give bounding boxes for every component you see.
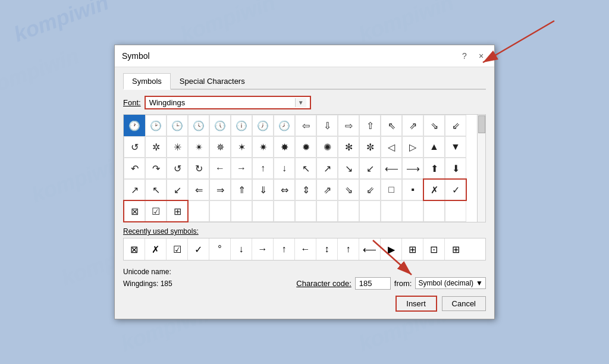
symbol-cell[interactable]: → [231, 158, 252, 179]
symbol-cell[interactable] [381, 200, 402, 222]
symbol-cell[interactable]: ✲ [145, 136, 167, 158]
cancel-button[interactable]: Cancel [442, 296, 486, 311]
recent-symbol-cell[interactable]: → [252, 239, 274, 260]
symbol-cell[interactable]: ⇦ [295, 115, 316, 136]
recent-symbol-cell[interactable]: ↑ [274, 239, 295, 260]
recent-symbol-cell[interactable]: ↕ [316, 239, 338, 260]
recent-symbol-cell[interactable]: ⊞ [402, 239, 423, 260]
symbol-cell[interactable]: ↑ [252, 158, 274, 179]
symbol-cell[interactable]: ⟵ [381, 158, 402, 179]
symbol-cell[interactable]: ⇙ [445, 115, 466, 136]
symbol-cell[interactable] [231, 200, 252, 222]
symbol-cell[interactable]: ◁ [381, 136, 402, 158]
symbol-cell[interactable]: ⇨ [338, 115, 359, 136]
symbol-cell[interactable]: ↖ [145, 179, 167, 200]
insert-button[interactable]: Insert [395, 296, 437, 312]
symbol-cell[interactable]: 🕒 [167, 115, 188, 136]
symbol-cell[interactable] [423, 200, 445, 222]
font-dropdown[interactable]: Wingdings ▼ [145, 96, 311, 109]
symbol-cell[interactable]: ✴ [188, 136, 209, 158]
recent-symbol-cell[interactable]: ⊠ [124, 239, 145, 260]
symbol-cell[interactable] [338, 200, 359, 222]
symbol-cell[interactable]: ↻ [188, 158, 209, 179]
symbol-cell[interactable]: ↓ [274, 158, 295, 179]
symbol-cell[interactable]: ↺ [124, 136, 145, 158]
recent-symbol-cell[interactable]: ✓ [188, 239, 209, 260]
symbol-cell[interactable] [274, 200, 295, 222]
symbol-cell[interactable]: ▷ [402, 136, 423, 158]
symbol-cell[interactable]: ✹ [295, 136, 316, 158]
recent-symbol-cell[interactable]: ← [295, 239, 316, 260]
scroll-thumb[interactable] [478, 115, 485, 133]
recent-symbol-cell[interactable]: ▶ [381, 239, 402, 260]
symbol-cell[interactable]: ▲ [423, 136, 445, 158]
symbol-cell[interactable]: 🕑 [145, 115, 167, 136]
scrollbar[interactable] [477, 115, 485, 222]
symbol-cell[interactable]: 🕐 [124, 115, 145, 136]
symbol-cell[interactable]: ⇐ [188, 179, 209, 200]
symbol-cell[interactable]: ⇗ [402, 115, 423, 136]
symbol-cell[interactable]: 🕖 [252, 115, 274, 136]
symbol-cell[interactable]: ✵ [209, 136, 231, 158]
recent-symbol-cell[interactable]: ✗ [145, 239, 167, 260]
symbol-cell[interactable]: ✼ [359, 136, 381, 158]
symbol-cell[interactable]: 🕕 [231, 115, 252, 136]
symbol-cell[interactable]: ▼ [445, 136, 466, 158]
symbol-cell[interactable]: ← [209, 158, 231, 179]
recent-symbol-cell[interactable]: ↓ [231, 239, 252, 260]
symbol-cell[interactable]: 🕓 [188, 115, 209, 136]
symbol-cell[interactable]: ⟶ [402, 158, 423, 179]
symbol-cell[interactable]: □ [381, 179, 402, 200]
symbol-cell[interactable]: ⇘ [338, 179, 359, 200]
symbol-cell[interactable]: ▪ [402, 179, 423, 200]
symbol-cell[interactable]: ↗ [316, 158, 338, 179]
symbol-cell[interactable]: ⬇ [445, 158, 466, 179]
symbol-cell[interactable]: ✳ [167, 136, 188, 158]
recent-symbol-cell[interactable]: ⊡ [423, 239, 445, 260]
symbol-cell[interactable]: ✗ [423, 179, 445, 200]
symbol-cell[interactable]: ⇖ [381, 115, 402, 136]
symbol-cell[interactable] [359, 200, 381, 222]
recent-symbol-cell[interactable]: ↑ [338, 239, 359, 260]
symbol-cell[interactable]: ⊞ [167, 200, 188, 222]
symbol-cell[interactable]: ⇗ [316, 179, 338, 200]
close-button[interactable]: × [475, 50, 487, 62]
symbol-cell[interactable]: ✓ [445, 179, 466, 200]
help-button[interactable]: ? [459, 50, 470, 62]
symbol-cell[interactable] [402, 200, 423, 222]
symbol-cell[interactable]: ⊠ [124, 200, 145, 222]
symbol-cell[interactable]: ⇔ [274, 179, 295, 200]
symbol-cell[interactable] [445, 200, 466, 222]
recent-symbol-cell[interactable]: ⊞ [445, 239, 466, 260]
symbol-cell[interactable] [252, 200, 274, 222]
recent-symbol-cell[interactable]: ° [209, 239, 231, 260]
symbol-cell[interactable]: ☑ [145, 200, 167, 222]
recent-symbol-cell[interactable]: ☑ [167, 239, 188, 260]
symbol-cell[interactable]: ✷ [252, 136, 274, 158]
symbol-cell[interactable] [295, 200, 316, 222]
symbol-cell[interactable]: ↺ [167, 158, 188, 179]
tab-special-characters[interactable]: Special Characters [171, 73, 254, 90]
symbol-cell[interactable]: ⇕ [295, 179, 316, 200]
symbol-cell[interactable]: ↷ [145, 158, 167, 179]
symbol-cell[interactable]: ✻ [338, 136, 359, 158]
symbol-cell[interactable] [209, 200, 231, 222]
symbol-cell[interactable]: 🕔 [209, 115, 231, 136]
symbol-cell[interactable]: 🕗 [274, 115, 295, 136]
char-code-input[interactable] [355, 277, 391, 290]
symbol-cell[interactable]: ↗ [124, 179, 145, 200]
symbol-cell[interactable] [316, 200, 338, 222]
symbol-cell[interactable]: ✸ [274, 136, 295, 158]
symbol-cell[interactable] [188, 200, 209, 222]
symbol-cell[interactable]: ⇓ [252, 179, 274, 200]
symbol-cell[interactable]: ⇑ [231, 179, 252, 200]
symbol-cell[interactable]: ⇘ [423, 115, 445, 136]
symbol-cell[interactable]: ↘ [338, 158, 359, 179]
symbol-cell[interactable]: ⇩ [316, 115, 338, 136]
symbol-cell[interactable]: ✶ [231, 136, 252, 158]
symbol-cell[interactable]: ✺ [316, 136, 338, 158]
symbol-cell[interactable]: ⇧ [359, 115, 381, 136]
recent-symbol-cell[interactable]: ⟵ [359, 239, 381, 260]
symbol-cell[interactable]: ↖ [295, 158, 316, 179]
symbol-cell[interactable]: ↶ [124, 158, 145, 179]
